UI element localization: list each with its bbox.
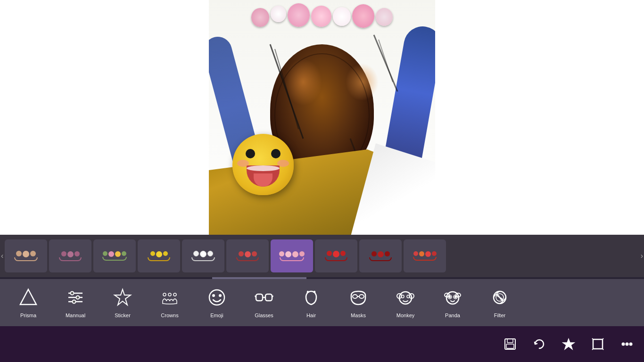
crown-item-6[interactable]: [271, 239, 313, 272]
glasses-icon: [254, 288, 274, 310]
crown-item-7[interactable]: [315, 239, 357, 272]
mannual-label: Mannual: [66, 313, 85, 318]
emoji-label: Emoji: [210, 313, 223, 318]
svg-rect-22: [256, 294, 263, 301]
svg-line-52: [603, 349, 603, 350]
svg-point-40: [449, 296, 451, 297]
action-bar: [0, 326, 644, 362]
emoji-sticker: [232, 134, 294, 195]
panda-label: Panda: [445, 313, 460, 318]
tool-prisma[interactable]: Prisma: [5, 279, 52, 326]
scroll-indicator: [212, 277, 306, 279]
hair-icon: [301, 288, 321, 310]
svg-rect-45: [507, 339, 513, 343]
favorite-button[interactable]: [561, 337, 576, 352]
crown-item-0[interactable]: [5, 239, 47, 272]
masks-icon: [348, 288, 368, 310]
crown-item-8[interactable]: [359, 239, 402, 272]
tool-emoji[interactable]: Emoji: [193, 279, 240, 326]
svg-point-54: [626, 343, 628, 346]
tool-sticker[interactable]: Sticker: [99, 279, 146, 326]
svg-point-28: [359, 295, 364, 298]
scroll-strip: [0, 277, 644, 279]
tool-filter[interactable]: Filter: [476, 279, 523, 326]
prisma-label: Prisma: [20, 313, 36, 318]
svg-point-14: [73, 300, 76, 303]
flower-crown-image: [251, 1, 393, 48]
tool-panda[interactable]: Panda: [429, 279, 476, 326]
crown-item-3[interactable]: [138, 239, 180, 272]
svg-point-41: [455, 296, 456, 297]
tools-strip: Prisma Mannual: [0, 279, 644, 326]
svg-marker-47: [563, 339, 574, 349]
scroll-right-btn[interactable]: ›: [641, 252, 643, 260]
hair-label: Hair: [306, 313, 316, 318]
tool-glasses[interactable]: Glasses: [240, 279, 288, 326]
glasses-label: Glasses: [255, 313, 273, 318]
svg-point-12: [71, 291, 74, 295]
crown-item-5[interactable]: [226, 239, 269, 272]
svg-point-18: [173, 293, 176, 296]
crowns-icon: [160, 288, 180, 310]
refresh-button[interactable]: [532, 337, 547, 352]
svg-line-50: [603, 338, 603, 339]
svg-rect-46: [506, 344, 514, 348]
svg-marker-8: [20, 289, 36, 304]
crown-item-9[interactable]: [404, 239, 446, 272]
svg-point-19: [209, 290, 224, 305]
crown-item-1[interactable]: [49, 239, 91, 272]
svg-line-51: [592, 349, 593, 350]
crown-strip: [0, 235, 644, 277]
sticker-icon: [113, 288, 132, 310]
main-canvas: [0, 0, 644, 235]
svg-marker-15: [115, 289, 131, 305]
tool-hair[interactable]: Hair: [288, 279, 335, 326]
crown-strip-wrapper: ‹: [0, 235, 644, 277]
svg-point-27: [353, 295, 357, 298]
image-container: [209, 0, 435, 238]
svg-point-53: [622, 343, 625, 346]
svg-point-55: [630, 343, 632, 346]
tool-masks[interactable]: Masks: [335, 279, 382, 326]
more-button[interactable]: [619, 337, 635, 352]
crown-item-2[interactable]: [93, 239, 136, 272]
svg-line-49: [592, 338, 593, 339]
tool-mannual[interactable]: Mannual: [52, 279, 99, 326]
crop-button[interactable]: [590, 337, 605, 352]
svg-point-16: [163, 293, 166, 296]
monkey-label: Monkey: [396, 313, 415, 318]
panda-icon: [443, 288, 462, 310]
filter-label: Filter: [494, 313, 505, 318]
bottom-toolbar: ‹: [0, 235, 644, 362]
monkey-icon: [396, 288, 415, 310]
save-button[interactable]: [503, 337, 518, 352]
emoji-icon: [207, 288, 227, 310]
mannual-icon: [66, 288, 85, 310]
svg-rect-48: [593, 339, 603, 349]
svg-point-21: [219, 295, 221, 296]
tool-monkey[interactable]: Monkey: [382, 279, 429, 326]
filter-icon: [490, 288, 510, 310]
svg-rect-23: [265, 294, 272, 301]
prisma-icon: [18, 288, 38, 310]
crowns-label: Crowns: [161, 313, 178, 318]
portrait: [209, 0, 435, 238]
tool-crowns[interactable]: Crowns: [146, 279, 193, 326]
svg-point-20: [213, 295, 215, 296]
svg-point-17: [168, 293, 171, 296]
sticker-label: Sticker: [115, 313, 131, 318]
masks-label: Masks: [351, 313, 366, 318]
scroll-left-btn[interactable]: ‹: [1, 252, 3, 260]
svg-point-13: [76, 296, 80, 299]
crown-item-4[interactable]: [182, 239, 224, 272]
